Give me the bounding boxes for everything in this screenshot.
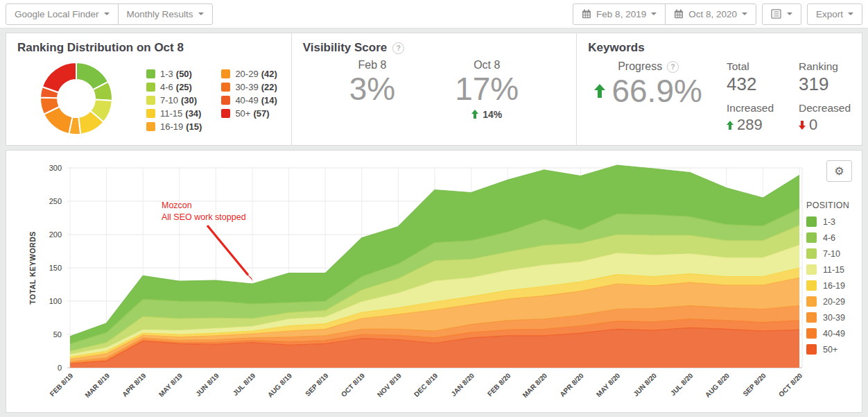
- keywords-panel: Keywords Progress 66.9% Total 432 Ranki: [576, 33, 862, 145]
- legend-range: 50+: [235, 108, 250, 119]
- svg-text:FEB 8/20: FEB 8/20: [486, 371, 512, 398]
- date-from-button[interactable]: Feb 8, 2019: [573, 3, 666, 25]
- visibility-score-label: Visibility Score: [303, 41, 388, 55]
- increased-label: Increased: [727, 102, 774, 114]
- svg-text:NOV 8/19: NOV 8/19: [376, 371, 403, 398]
- legend-count: (15): [186, 121, 202, 132]
- svg-text:FEB 8/19: FEB 8/19: [49, 371, 75, 398]
- date-to-label: Oct 8, 2020: [688, 9, 737, 19]
- total-keywords-chart-panel: 050100150200250300FEB 8/19MAR 8/19APR 8/…: [6, 150, 862, 413]
- legend-swatch: [806, 344, 817, 355]
- svg-text:Mozcon: Mozcon: [162, 201, 192, 210]
- keywords-ranking-cell: Ranking 319: [799, 60, 851, 95]
- legend-range: 16-19: [823, 281, 845, 291]
- legend-range: 40-49: [235, 95, 258, 105]
- ranking-donut-chart: [38, 60, 114, 137]
- svg-text:MAR 8/19: MAR 8/19: [83, 371, 111, 399]
- svg-text:50: 50: [53, 330, 62, 339]
- toolbar-right: Feb 8, 2019 Oct 8, 2020: [573, 3, 862, 25]
- ranking-distribution-panel: Ranking Distribution on Oct 8 1-3(50)4-6…: [6, 33, 291, 145]
- progress-value: 66.9%: [611, 74, 702, 108]
- donut-legend-item[interactable]: 50+(57): [221, 108, 277, 119]
- export-dropdown-button[interactable]: Export: [807, 3, 862, 25]
- help-icon[interactable]: [392, 42, 404, 54]
- svg-text:150: 150: [49, 264, 62, 272]
- svg-text:300: 300: [49, 164, 62, 172]
- legend-range: 40-49: [823, 329, 845, 339]
- view-dropdown-button[interactable]: Monthly Results: [118, 3, 213, 25]
- ranking-donut-legend: 1-3(50)4-6(25)7-10(30)11-15(34)16-19(15)…: [146, 69, 277, 132]
- increased-value-row: 289: [727, 116, 774, 134]
- scope-dropdown-button[interactable]: Google Local Finder: [6, 3, 119, 25]
- position-legend-item[interactable]: 30-39: [806, 312, 855, 323]
- legend-range: 1-3: [160, 69, 173, 79]
- ranking-value: 319: [799, 74, 851, 95]
- report-view-options-button[interactable]: [762, 3, 801, 25]
- svg-text:AUG 8/20: AUG 8/20: [704, 371, 731, 399]
- gear-icon: ⚙: [834, 164, 844, 178]
- donut-legend-item[interactable]: 11-15(34): [146, 108, 202, 119]
- keywords-total-cell: Total 432: [727, 60, 774, 95]
- help-icon[interactable]: [667, 61, 679, 73]
- svg-text:MAY 8/19: MAY 8/19: [157, 371, 184, 398]
- chart-settings-button[interactable]: ⚙: [826, 160, 852, 182]
- svg-text:200: 200: [49, 230, 62, 239]
- legend-swatch: [221, 83, 230, 92]
- chevron-down-icon: [104, 12, 110, 15]
- svg-text:0: 0: [58, 364, 62, 372]
- svg-text:250: 250: [49, 197, 62, 205]
- svg-text:100: 100: [49, 297, 62, 305]
- position-legend-item[interactable]: 7-10: [806, 248, 855, 259]
- visibility-change: 14%: [455, 109, 519, 120]
- donut-legend-item[interactable]: 30-39(22): [221, 82, 277, 92]
- donut-segment[interactable]: [42, 62, 76, 92]
- legend-swatch: [146, 69, 155, 78]
- legend-count: (14): [261, 95, 277, 105]
- legend-swatch: [146, 122, 155, 131]
- visibility-from-label: Feb 8: [349, 59, 395, 71]
- position-legend-item[interactable]: 16-19: [806, 280, 855, 291]
- visibility-score-panel: Visibility Score Feb 8 3% Oct 8 17% 14%: [291, 33, 577, 145]
- decreased-label: Decreased: [799, 102, 851, 114]
- svg-text:JUN 8/19: JUN 8/19: [194, 371, 220, 398]
- legend-swatch: [146, 83, 155, 92]
- position-legend-item[interactable]: 40-49: [806, 328, 855, 339]
- donut-legend-item[interactable]: 16-19(15): [146, 121, 202, 132]
- svg-text:SEP 8/19: SEP 8/19: [304, 371, 330, 398]
- svg-text:All SEO work stopped: All SEO work stopped: [162, 212, 246, 222]
- position-legend-item[interactable]: 11-15: [806, 264, 855, 275]
- donut-legend-item[interactable]: 20-29(42): [221, 69, 277, 79]
- visibility-from-value: 3%: [349, 71, 395, 108]
- scope-label: Google Local Finder: [15, 9, 99, 19]
- date-to-button[interactable]: Oct 8, 2020: [665, 3, 756, 25]
- legend-range: 11-15: [160, 108, 182, 119]
- legend-swatch: [221, 96, 230, 105]
- stacked-area-chart[interactable]: 050100150200250300FEB 8/19MAR 8/19APR 8/…: [9, 153, 813, 414]
- legend-count: (57): [253, 108, 269, 119]
- legend-count: (25): [176, 82, 192, 92]
- position-legend-item[interactable]: 1-3: [806, 216, 855, 227]
- legend-range: 20-29: [235, 69, 258, 79]
- donut-legend-item[interactable]: 4-6(25): [146, 82, 202, 92]
- legend-swatch: [806, 280, 817, 291]
- donut-legend-item[interactable]: 7-10(30): [146, 95, 202, 105]
- donut-legend-item[interactable]: 1-3(50): [146, 69, 202, 79]
- legend-range: 1-3: [823, 217, 835, 227]
- legend-range: 16-19: [160, 121, 183, 132]
- position-legend-item[interactable]: 50+: [806, 344, 855, 355]
- visibility-score-title: Visibility Score: [303, 41, 566, 55]
- position-legend-item[interactable]: 4-6: [806, 232, 855, 243]
- chevron-down-icon: [651, 12, 657, 15]
- visibility-score-content: Feb 8 3% Oct 8 17% 14%: [303, 59, 566, 120]
- legend-swatch: [221, 69, 230, 78]
- decreased-value-row: 0: [799, 116, 851, 134]
- position-legend-item[interactable]: 20-29: [806, 296, 855, 307]
- legend-swatch: [806, 232, 817, 243]
- donut-legend-item[interactable]: 40-49(14): [221, 95, 277, 105]
- export-label: Export: [816, 9, 843, 19]
- legend-range: 20-29: [823, 297, 845, 307]
- chevron-down-icon: [198, 12, 204, 15]
- legend-swatch: [146, 96, 155, 105]
- legend-count: (34): [185, 108, 201, 119]
- keywords-progress-block: Progress 66.9%: [588, 60, 709, 134]
